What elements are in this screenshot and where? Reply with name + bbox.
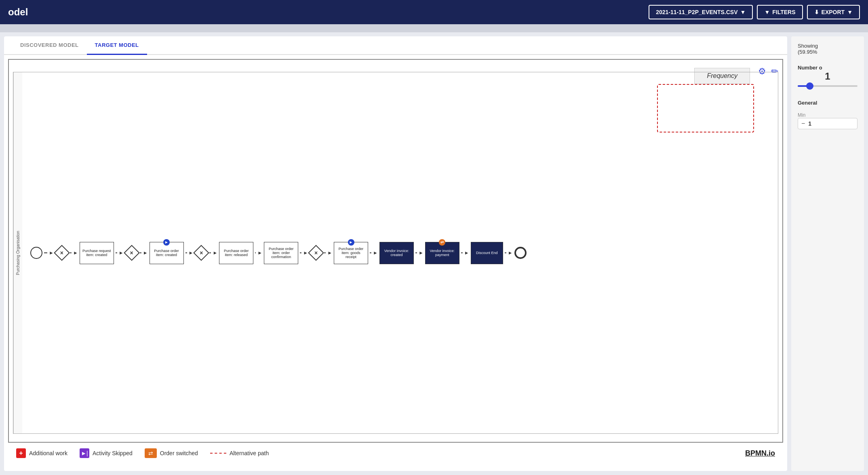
- task-purchase-order-released[interactable]: Purchase order item: released: [219, 242, 253, 264]
- header-controls: 2021-11-11_P2P_EVENTS.CSV ▼ ▼ FILTERS ⬇ …: [649, 5, 860, 19]
- start-event: [30, 247, 42, 259]
- legend-activity-skipped: ►| Activity Skipped: [80, 448, 133, 458]
- arrow-icon-2: ►: [73, 250, 78, 256]
- subheader: [0, 24, 868, 32]
- min-label: Min: [798, 112, 857, 118]
- alternative-path-icon: [210, 453, 226, 454]
- min-control: − 1: [798, 118, 857, 129]
- min-decrement-button[interactable]: −: [801, 120, 805, 127]
- tabs-container: DISCOVERED MODEL TARGET MODEL: [4, 36, 787, 55]
- min-value: 1: [808, 120, 811, 127]
- tab-discovered-model[interactable]: DISCOVERED MODEL: [12, 36, 87, 55]
- slider-container[interactable]: [798, 82, 857, 90]
- alternative-path-label: Alternative path: [230, 450, 269, 456]
- flow-arrow-12: [461, 252, 463, 253]
- app-title: odel: [8, 6, 28, 18]
- header: odel 2021-11-11_P2P_EVENTS.CSV ▼ ▼ FILTE…: [0, 0, 868, 24]
- task-order-confirmation[interactable]: Purchase order item: order confirmation: [264, 242, 298, 264]
- bpmn-io-label: BPMN.io: [745, 449, 775, 458]
- task-discount-end[interactable]: Discount End: [471, 242, 503, 264]
- slider-track: [798, 85, 857, 87]
- flow-arrow-9: [324, 252, 326, 253]
- number-of-section: Number o 1: [798, 61, 857, 90]
- flow-arrow-6: [209, 252, 211, 253]
- tab-target-model[interactable]: TARGET MODEL: [87, 36, 147, 55]
- main-layout: DISCOVERED MODEL TARGET MODEL Frequency …: [0, 32, 868, 475]
- export-chevron-icon: ▼: [847, 9, 853, 15]
- filters-label: FILTERS: [772, 9, 795, 15]
- process-lane: Purchasing Organisation ► ► Pur: [13, 72, 778, 434]
- gateway-1: [55, 246, 68, 259]
- order-switched-label: Order switched: [160, 450, 198, 456]
- legend-alternative-path: Alternative path: [210, 450, 269, 456]
- flow-arrow-5: [185, 252, 187, 253]
- flow-arrow-3: [116, 252, 117, 253]
- min-section: Min − 1: [798, 112, 857, 129]
- task-purchase-request[interactable]: Purchase request item: created: [80, 242, 114, 264]
- arrow-icon-11: ►: [419, 250, 423, 256]
- legend-additional-work: + Additional work: [16, 448, 67, 458]
- additional-work-label: Additional work: [29, 450, 67, 456]
- additional-work-icon: +: [16, 448, 26, 458]
- flow-arrow-2: [70, 252, 72, 253]
- badge-blue-1: ►: [163, 239, 170, 246]
- legend-order-switched: ⇄ Order switched: [145, 448, 198, 458]
- number-of-label: Number o: [798, 65, 857, 71]
- badge-blue-2: ►: [348, 239, 354, 246]
- general-label: General: [798, 100, 857, 106]
- filter-icon: ▼: [764, 9, 770, 15]
- task-vendor-invoice-created[interactable]: Vendor invoice: created: [379, 242, 414, 264]
- arrow-icon-6: ►: [213, 250, 217, 256]
- right-panel: Showing (59.95% Number o 1 General Min −…: [791, 36, 864, 471]
- general-section: General: [798, 97, 857, 106]
- flow-arrow-7: [255, 252, 256, 253]
- gateway-3: [195, 246, 208, 259]
- arrow-icon-8: ►: [303, 250, 308, 256]
- showing-label: Showing: [798, 43, 857, 49]
- gateway-4: [310, 246, 322, 259]
- flow-arrow-1: [44, 252, 47, 253]
- flow-arrow-4: [140, 252, 141, 253]
- slider-thumb[interactable]: [806, 82, 813, 90]
- task-purchase-order-created[interactable]: ► Purchase order item: created: [150, 242, 184, 264]
- arrow-icon-4: ►: [143, 250, 148, 256]
- badge-orange: ⇄: [439, 239, 445, 246]
- dataset-button[interactable]: 2021-11-11_P2P_EVENTS.CSV ▼: [649, 5, 753, 19]
- export-label: EXPORT: [822, 9, 845, 15]
- activity-skipped-label: Activity Skipped: [93, 450, 133, 456]
- dataset-label: 2021-11-11_P2P_EVENTS.CSV: [656, 9, 737, 15]
- left-panel: DISCOVERED MODEL TARGET MODEL Frequency …: [4, 36, 787, 471]
- showing-section: Showing (59.95%: [798, 43, 857, 55]
- arrow-icon-10: ►: [373, 250, 378, 256]
- filters-button[interactable]: ▼ FILTERS: [757, 5, 803, 19]
- flow-arrow-13: [505, 252, 506, 253]
- lane-label: Purchasing Organisation: [13, 72, 22, 433]
- flow-arrow-8: [300, 252, 301, 253]
- activity-skipped-icon: ►|: [80, 448, 89, 458]
- arrow-icon-9: ►: [327, 250, 332, 256]
- legend: + Additional work ►| Activity Skipped ⇄ …: [8, 443, 783, 464]
- arrow-icon-13: ►: [508, 250, 513, 256]
- export-icon: ⬇: [814, 9, 819, 15]
- task-goods-receipt[interactable]: ► Purchase order item: goods receipt: [334, 242, 368, 264]
- order-switched-icon: ⇄: [145, 448, 157, 458]
- gateway-2: [125, 246, 138, 259]
- showing-value: (59.95%: [798, 49, 857, 55]
- flow-arrow-11: [415, 252, 417, 253]
- dropdown-chevron-icon: ▼: [740, 9, 746, 15]
- arrow-icon-1: ►: [49, 250, 54, 256]
- task-vendor-invoice-payment[interactable]: ⇄ Vendor invoice: payment: [425, 242, 459, 264]
- arrow-icon-3: ►: [119, 250, 124, 256]
- export-button[interactable]: ⬇ EXPORT ▼: [807, 5, 860, 19]
- diagram-container: Frequency ⚙ ✏ Purchasing Organisation ►: [4, 55, 787, 471]
- end-event: [514, 247, 527, 259]
- arrow-icon-12: ►: [464, 250, 469, 256]
- diagram-canvas: Frequency ⚙ ✏ Purchasing Organisation ►: [8, 59, 783, 443]
- arrow-icon-5: ►: [189, 250, 194, 256]
- number-value: 1: [798, 71, 857, 82]
- flow-arrow-10: [370, 252, 371, 253]
- arrow-icon-7: ►: [257, 250, 262, 256]
- lane-content: ► ► Purchase request item: created ►: [22, 238, 778, 268]
